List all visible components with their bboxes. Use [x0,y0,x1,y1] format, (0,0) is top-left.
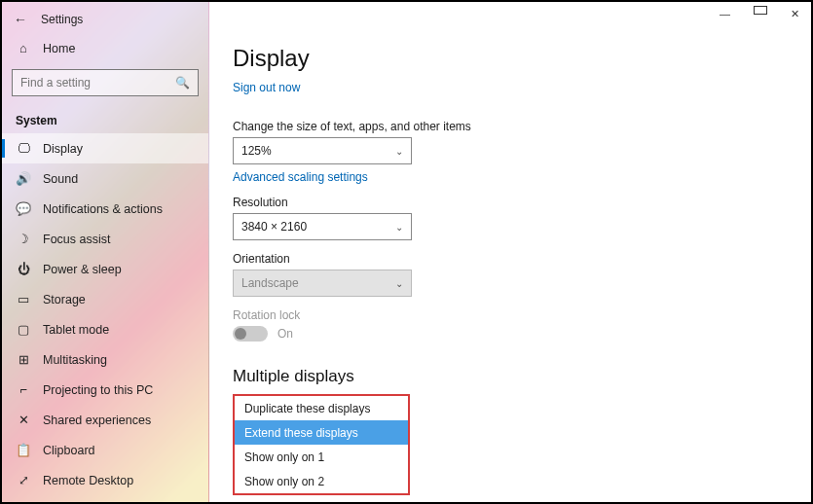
sidebar-item-label: Focus assist [43,233,110,246]
display-icon: 🖵 [16,141,31,156]
sidebar-item-label: Display [43,142,83,156]
dropdown-option-duplicate[interactable]: Duplicate these displays [235,396,408,420]
multiple-displays-dropdown[interactable]: Duplicate these displays Extend these di… [233,394,410,495]
page-title: Display [233,45,788,72]
window-title: Settings [41,13,83,26]
sidebar-nav: 🖵 Display 🔊 Sound 💬 Notifications & acti… [2,133,208,495]
sidebar-item-label: Notifications & actions [43,202,163,216]
shared-icon: ✕ [16,413,31,427]
close-button[interactable]: ✕ [785,6,805,22]
sidebar-item-label: Projecting to this PC [43,383,153,397]
sidebar-item-label: Tablet mode [43,323,109,337]
sidebar-item-remote-desktop[interactable]: ⤢ Remote Desktop [2,465,208,495]
orientation-select: Landscape ⌄ [233,270,412,297]
back-button[interactable]: ← [14,12,27,27]
power-icon: ⏻ [16,262,31,276]
sidebar-item-tablet-mode[interactable]: ▢ Tablet mode [2,314,208,344]
sidebar: ← Settings ⌂ Home 🔍 System 🖵 Display 🔊 S… [2,2,209,502]
home-button[interactable]: ⌂ Home [2,33,208,63]
search-input[interactable]: 🔍 [12,69,199,96]
rotation-lock-toggle [233,326,268,342]
orientation-value: Landscape [241,276,299,290]
dropdown-option-only-1[interactable]: Show only on 1 [235,445,408,469]
chevron-down-icon: ⌄ [395,146,403,157]
sidebar-item-label: Multitasking [43,353,107,367]
sidebar-item-label: Shared experiences [43,414,151,427]
sidebar-item-label: Remote Desktop [43,474,133,487]
resolution-select[interactable]: 3840 × 2160 ⌄ [233,213,412,240]
remote-icon: ⤢ [16,473,31,487]
sidebar-item-display[interactable]: 🖵 Display [2,133,208,163]
tablet-icon: ▢ [16,322,31,337]
sidebar-item-storage[interactable]: ▭ Storage [2,284,208,314]
search-field[interactable] [20,76,175,90]
orientation-label: Orientation [233,252,788,266]
rotation-lock-label: Rotation lock [233,308,788,322]
search-icon: 🔍 [175,76,190,90]
sidebar-item-shared-experiences[interactable]: ✕ Shared experiences [2,405,208,435]
chevron-down-icon: ⌄ [395,222,403,233]
maximize-button[interactable] [754,6,767,15]
clipboard-icon: 📋 [16,443,31,457]
home-label: Home [43,42,75,55]
sidebar-item-notifications[interactable]: 💬 Notifications & actions [2,194,208,224]
resolution-label: Resolution [233,196,788,209]
sound-icon: 🔊 [16,171,31,186]
sidebar-item-focus-assist[interactable]: ☽ Focus assist [2,224,208,254]
dropdown-option-extend[interactable]: Extend these displays [235,420,408,445]
sidebar-item-clipboard[interactable]: 📋 Clipboard [2,435,208,465]
sidebar-item-label: Power & sleep [43,263,122,276]
advanced-scaling-link[interactable]: Advanced scaling settings [233,170,788,184]
rotation-lock-state: On [277,327,293,341]
sidebar-item-multitasking[interactable]: ⊞ Multitasking [2,344,208,375]
signout-link[interactable]: Sign out now [233,81,300,94]
dropdown-option-only-2[interactable]: Show only on 2 [235,469,408,493]
minimize-button[interactable]: — [714,6,736,22]
main-content: Display Sign out now Change the size of … [209,2,811,502]
scale-label: Change the size of text, apps, and other… [233,120,788,133]
home-icon: ⌂ [16,41,31,55]
scale-value: 125% [241,144,272,158]
sidebar-item-projecting[interactable]: ⌐ Projecting to this PC [2,375,208,405]
storage-icon: ▭ [16,292,31,306]
multitasking-icon: ⊞ [16,352,31,367]
sidebar-item-label: Sound [43,172,78,186]
scale-select[interactable]: 125% ⌄ [233,137,412,164]
chevron-down-icon: ⌄ [395,278,403,289]
sidebar-item-label: Clipboard [43,444,95,457]
projecting-icon: ⌐ [16,382,31,397]
advanced-display-link[interactable]: Advanced display settings [233,501,788,502]
notifications-icon: 💬 [16,201,31,216]
resolution-value: 3840 × 2160 [241,220,307,234]
sidebar-item-power-sleep[interactable]: ⏻ Power & sleep [2,254,208,284]
sidebar-item-sound[interactable]: 🔊 Sound [2,163,208,194]
focus-assist-icon: ☽ [16,232,31,246]
sidebar-item-label: Storage [43,293,86,306]
sidebar-section-title: System [2,106,208,133]
multiple-displays-heading: Multiple displays [233,367,788,386]
